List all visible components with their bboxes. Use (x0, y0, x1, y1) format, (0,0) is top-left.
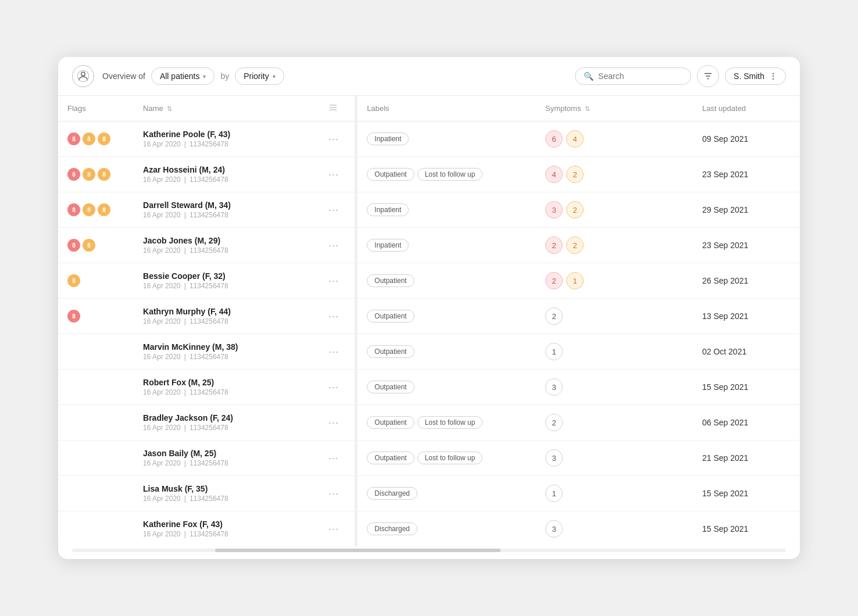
last-updated-value: 23 Sep 2021 (702, 241, 748, 250)
last-updated-cell: 15 Sep 2021 (693, 476, 800, 511)
patient-name-cell[interactable]: Azar Hosseini (M, 24) 16 Apr 2020|113425… (134, 157, 319, 192)
table-row[interactable]: Robert Fox (M, 25) 16 Apr 2020|113425647… (58, 370, 800, 405)
patient-name-cell[interactable]: Bessie Cooper (F, 32) 16 Apr 2020|113425… (134, 263, 319, 299)
flag-dot: 8 (83, 239, 95, 252)
patient-name-cell[interactable]: Katherine Fox (F, 43) 16 Apr 2020|113425… (134, 511, 319, 547)
table-row[interactable]: 8Kathryn Murphy (F, 44) 16 Apr 2020|1134… (58, 299, 800, 334)
patient-name-cell[interactable]: Jason Baily (M, 25) 16 Apr 2020|11342564… (134, 440, 319, 476)
row-menu-icon[interactable]: ··· (328, 275, 339, 286)
patient-sub: 16 Apr 2020|1134256478 (143, 495, 310, 503)
row-menu-icon[interactable]: ··· (328, 310, 339, 322)
patient-name-cell[interactable]: Jacob Jones (M, 29) 16 Apr 2020|11342564… (134, 228, 319, 263)
row-menu-icon[interactable]: ··· (328, 204, 339, 216)
row-menu-cell[interactable]: ··· (319, 121, 355, 157)
symptoms-cell: 2 (536, 405, 693, 440)
last-updated-value: 15 Sep 2021 (702, 382, 748, 392)
row-menu-icon[interactable]: ··· (328, 452, 339, 464)
flag-dot: 8 (67, 239, 80, 252)
row-menu-cell[interactable]: ··· (319, 157, 355, 192)
flag-dot: 8 (98, 168, 110, 181)
row-menu-icon[interactable]: ··· (328, 417, 339, 428)
patient-name: Jacob Jones (M, 29) (143, 236, 310, 245)
last-updated-cell: 06 Sep 2021 (693, 405, 800, 440)
patient-name-cell[interactable]: Lisa Musk (F, 35) 16 Apr 2020|1134256478 (134, 476, 319, 511)
symptoms-cell: 21 (536, 263, 693, 299)
last-updated-cell: 09 Sep 2021 (693, 121, 800, 157)
table-row[interactable]: 888Azar Hosseini (M, 24) 16 Apr 2020|113… (58, 157, 800, 192)
labels-cell: Discharged (358, 511, 536, 547)
row-menu-icon[interactable]: ··· (328, 169, 339, 180)
patient-table: Flags Name ⇅ Lab (58, 96, 800, 546)
labels-cell: OutpatientLost to follow up (358, 405, 536, 440)
last-updated-value: 29 Sep 2021 (702, 205, 748, 214)
patient-name-cell[interactable]: Bradley Jackson (F, 24) 16 Apr 2020|1134… (134, 405, 319, 440)
patient-name-cell[interactable]: Marvin McKinney (M, 38) 16 Apr 2020|1134… (134, 334, 319, 370)
row-menu-icon[interactable]: ··· (328, 523, 339, 535)
row-menu-cell[interactable]: ··· (319, 405, 355, 440)
col-header-flags: Flags (58, 96, 134, 121)
table-row[interactable]: 888Katherine Poole (F, 43) 16 Apr 2020|1… (58, 121, 800, 157)
symptoms-cell: 22 (536, 228, 693, 263)
last-updated-value: 13 Sep 2021 (702, 311, 748, 321)
row-menu-icon[interactable]: ··· (328, 239, 339, 251)
header: Overview of All patients ▾ by Priority ▾… (58, 57, 800, 96)
filter-button[interactable] (697, 65, 719, 87)
flag-dot: 8 (67, 132, 80, 145)
row-menu-cell[interactable]: ··· (319, 440, 355, 476)
row-menu-icon[interactable]: ··· (328, 488, 339, 499)
symptom-badge: 1 (545, 343, 563, 360)
symptom-badge: 3 (545, 520, 563, 538)
patient-sub: 16 Apr 2020|1134256478 (143, 176, 310, 184)
search-box[interactable]: 🔍 (575, 67, 691, 85)
labels-cell: OutpatientLost to follow up (358, 440, 536, 476)
all-patients-dropdown[interactable]: All patients ▾ (151, 67, 214, 85)
flags-cell (58, 405, 134, 440)
patient-sub: 16 Apr 2020|1134256478 (143, 388, 310, 396)
patient-sub: 16 Apr 2020|1134256478 (143, 459, 310, 467)
user-menu[interactable]: S. Smith ⋮ (725, 67, 786, 85)
table-row[interactable]: Marvin McKinney (M, 38) 16 Apr 2020|1134… (58, 334, 800, 370)
flag-dot: 8 (67, 274, 80, 287)
row-menu-icon[interactable]: ··· (328, 133, 339, 145)
table-row[interactable]: 88Jacob Jones (M, 29) 16 Apr 2020|113425… (58, 228, 800, 263)
last-updated-value: 15 Sep 2021 (702, 489, 748, 498)
search-input[interactable] (598, 71, 682, 81)
row-menu-cell[interactable]: ··· (319, 299, 355, 334)
flags-cell: 8 (58, 263, 134, 299)
patient-name-cell[interactable]: Darrell Steward (M, 34) 16 Apr 2020|1134… (134, 192, 319, 228)
col-header-name: Name ⇅ (134, 96, 319, 121)
labels-cell: Inpatient (358, 228, 536, 263)
table-row[interactable]: Jason Baily (M, 25) 16 Apr 2020|11342564… (58, 440, 800, 476)
flags-cell: 888 (58, 192, 134, 228)
row-menu-cell[interactable]: ··· (319, 370, 355, 405)
last-updated-value: 26 Sep 2021 (702, 276, 748, 285)
table-row[interactable]: 8Bessie Cooper (F, 32) 16 Apr 2020|11342… (58, 263, 800, 299)
scrollbar-thumb[interactable] (215, 549, 500, 552)
patient-name-cell[interactable]: Katherine Poole (F, 43) 16 Apr 2020|1134… (134, 121, 319, 157)
flag-dot: 8 (98, 132, 110, 145)
row-menu-cell[interactable]: ··· (319, 192, 355, 228)
last-updated-cell: 29 Sep 2021 (693, 192, 800, 228)
patient-sub: 16 Apr 2020|1134256478 (143, 530, 310, 538)
row-menu-cell[interactable]: ··· (319, 263, 355, 299)
horizontal-scrollbar[interactable] (72, 549, 786, 552)
row-menu-cell[interactable]: ··· (319, 228, 355, 263)
table-row[interactable]: Lisa Musk (F, 35) 16 Apr 2020|1134256478… (58, 476, 800, 511)
table-row[interactable]: 888Darrell Steward (M, 34) 16 Apr 2020|1… (58, 192, 800, 228)
col-header-symptoms: Symptoms ⇅ (536, 96, 693, 121)
patient-name-cell[interactable]: Robert Fox (M, 25) 16 Apr 2020|113425647… (134, 370, 319, 405)
flags-cell (58, 370, 134, 405)
last-updated-cell: 23 Sep 2021 (693, 157, 800, 192)
row-menu-cell[interactable]: ··· (319, 476, 355, 511)
row-menu-icon[interactable]: ··· (328, 346, 339, 357)
col-header-last-updated: Last updated (693, 96, 800, 121)
patient-name-cell[interactable]: Kathryn Murphy (F, 44) 16 Apr 2020|11342… (134, 299, 319, 334)
row-menu-cell[interactable]: ··· (319, 511, 355, 547)
priority-dropdown[interactable]: Priority ▾ (235, 67, 284, 85)
patient-name: Katherine Fox (F, 43) (143, 520, 310, 529)
table-row[interactable]: Bradley Jackson (F, 24) 16 Apr 2020|1134… (58, 405, 800, 440)
flags-cell (58, 334, 134, 370)
row-menu-cell[interactable]: ··· (319, 334, 355, 370)
row-menu-icon[interactable]: ··· (328, 381, 339, 393)
table-row[interactable]: Katherine Fox (F, 43) 16 Apr 2020|113425… (58, 511, 800, 547)
